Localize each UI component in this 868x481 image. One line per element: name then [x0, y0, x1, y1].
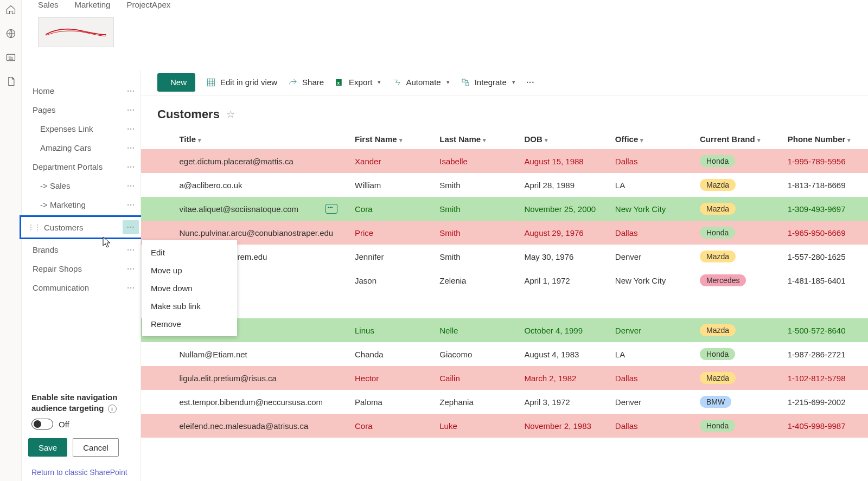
cell-first: Jennifer: [350, 245, 435, 268]
brand-pill: Honda: [700, 227, 735, 239]
list-title: Customers: [157, 107, 220, 121]
edit-grid-button[interactable]: Edit in grid view: [206, 78, 277, 87]
cell-brand: Mazda: [695, 366, 783, 390]
cell-brand: Mazda: [695, 197, 783, 221]
table-row[interactable]: ligula.elit.pretium@risus.ca Hector Cail…: [141, 366, 868, 390]
ellipsis-icon[interactable]: ···: [127, 87, 135, 95]
ellipsis-icon[interactable]: ···: [127, 201, 135, 209]
cell-last: Zephania: [435, 390, 520, 414]
info-icon[interactable]: i: [108, 405, 117, 413]
ellipsis-icon[interactable]: ···: [127, 125, 135, 133]
nav-amazing-cars[interactable]: Amazing Cars···: [23, 138, 141, 157]
nav-pages[interactable]: Pages···: [23, 100, 141, 119]
table-row[interactable]: e@vestibulumlorem.edu Jennifer Smith May…: [141, 245, 868, 268]
cell-office: Dallas: [611, 414, 695, 438]
site-header: Sales Marketing ProjectApex: [22, 0, 868, 56]
ellipsis-icon[interactable]: ···: [127, 246, 135, 254]
nav-dept-marketing[interactable]: -> Marketing···: [23, 195, 141, 214]
integrate-icon: [461, 78, 470, 87]
audience-targeting-block: Enable site navigationaudience targeting…: [31, 392, 135, 429]
favorite-star-icon[interactable]: ☆: [226, 108, 235, 120]
col-office[interactable]: Office▾: [611, 129, 695, 149]
cell-dob: March 2, 1982: [520, 366, 610, 390]
tab-marketing[interactable]: Marketing: [75, 0, 111, 11]
cell-phone: 1-987-286-2721: [783, 342, 868, 366]
nav-dept-sales[interactable]: -> Sales···: [23, 176, 141, 195]
nav-department-portals[interactable]: Department Portals···: [23, 157, 141, 176]
cell-phone: 1-481-185-6401: [783, 268, 868, 292]
drag-handle-icon[interactable]: ⋮⋮: [28, 223, 41, 231]
cell-title: Nunc.pulvinar.arcu@conubianostraper.edu: [179, 228, 333, 238]
brand-pill: Honda: [700, 155, 735, 167]
aud-toggle[interactable]: [31, 419, 53, 429]
integrate-button[interactable]: Integrate▾: [461, 78, 515, 87]
col-title[interactable]: Title▾: [175, 129, 350, 149]
table-row[interactable]: @in.edu Linus Nelle October 4, 1999 Denv…: [141, 318, 868, 342]
table-row[interactable]: eleifend.nec.malesuada@atrisus.ca Cora L…: [141, 414, 868, 438]
ellipsis-icon[interactable]: ···: [127, 144, 135, 152]
brand-pill: Mazda: [700, 179, 736, 191]
aud-toggle-label: Off: [59, 420, 69, 429]
brand-pill: BMW: [700, 396, 731, 408]
tab-sales[interactable]: Sales: [38, 0, 59, 11]
share-button[interactable]: Share: [288, 78, 324, 87]
home-icon[interactable]: [5, 4, 16, 15]
nav-communication[interactable]: Communication···: [23, 278, 141, 297]
ctx-edit[interactable]: Edit: [142, 243, 237, 261]
comment-icon[interactable]: [326, 204, 337, 214]
chevron-down-icon: ▾: [399, 137, 403, 143]
ctx-remove[interactable]: Remove: [142, 315, 237, 333]
ellipsis-icon[interactable]: ···: [127, 182, 135, 190]
ctx-make-sub[interactable]: Make sub link: [142, 297, 237, 315]
table-row[interactable]: a@aclibero.co.uk William Smith April 28,…: [141, 173, 868, 197]
col-phone[interactable]: Phone Number▾: [783, 129, 868, 149]
cell-brand: Mazda: [695, 245, 783, 268]
nav-customers-more-button[interactable]: ···: [123, 220, 139, 234]
nav-expenses-link[interactable]: Expenses Link···: [23, 119, 141, 138]
cell-last: Smith: [435, 173, 520, 197]
classic-sharepoint-link[interactable]: Return to classic SharePoint: [31, 468, 127, 477]
cancel-button[interactable]: Cancel: [73, 438, 119, 457]
export-button[interactable]: x Export▾: [335, 78, 381, 87]
table-row[interactable]: eget.dictum.placerat@mattis.ca Xander Is…: [141, 149, 868, 173]
col-brand[interactable]: Current Brand▾: [695, 129, 783, 149]
nav-repair-shops[interactable]: Repair Shops···: [23, 259, 141, 278]
ctx-move-up[interactable]: Move up: [142, 261, 237, 279]
nav-home[interactable]: Home···: [23, 81, 141, 100]
cell-brand: Honda: [695, 149, 783, 173]
table-row[interactable]: Nunc.pulvinar.arcu@conubianostraper.edu …: [141, 221, 868, 245]
col-last[interactable]: Last Name▾: [435, 129, 520, 149]
cell-first: Price: [350, 221, 435, 245]
overflow-button[interactable]: ···: [526, 78, 535, 87]
news-icon[interactable]: [5, 52, 16, 63]
svg-rect-6: [465, 82, 468, 85]
ellipsis-icon[interactable]: ···: [127, 163, 135, 171]
ctx-move-down[interactable]: Move down: [142, 279, 237, 297]
cell-first: Hector: [350, 366, 435, 390]
chevron-down-icon: ▾: [757, 137, 761, 143]
table-row[interactable]: [141, 292, 868, 318]
col-first[interactable]: First Name▾: [350, 129, 435, 149]
nav-brands[interactable]: Brands···: [23, 240, 141, 259]
new-button[interactable]: New: [157, 73, 195, 92]
ellipsis-icon[interactable]: ···: [127, 106, 135, 114]
cell-first: Cora: [350, 197, 435, 221]
save-button[interactable]: Save: [28, 438, 67, 457]
table-row[interactable]: Nullam@Etiam.net Chanda Giacomo August 4…: [141, 342, 868, 366]
cell-office: Denver: [611, 318, 695, 342]
ellipsis-icon[interactable]: ···: [127, 265, 135, 273]
table-row[interactable]: on.com Jason Zelenia April 1, 1972 New Y…: [141, 268, 868, 292]
globe-icon[interactable]: [5, 28, 16, 39]
cell-phone: 1-405-998-9987: [783, 414, 868, 438]
automate-button[interactable]: Automate▾: [392, 78, 449, 87]
table-row[interactable]: vitae.aliquet@sociisnatoque.com Cora Smi…: [141, 197, 868, 221]
ellipsis-icon[interactable]: ···: [127, 284, 135, 292]
file-icon[interactable]: [5, 76, 16, 87]
col-dob[interactable]: DOB▾: [520, 129, 610, 149]
chevron-down-icon: ▾: [545, 137, 548, 143]
cell-dob: November 25, 2000: [520, 197, 610, 221]
tab-apex[interactable]: ProjectApex: [126, 0, 170, 11]
nav-customers-selected[interactable]: ⋮⋮Customers ···: [20, 215, 144, 239]
cell-title: ligula.elit.pretium@risus.ca: [179, 374, 276, 383]
table-row[interactable]: est.tempor.bibendum@neccursusa.com Palom…: [141, 390, 868, 414]
